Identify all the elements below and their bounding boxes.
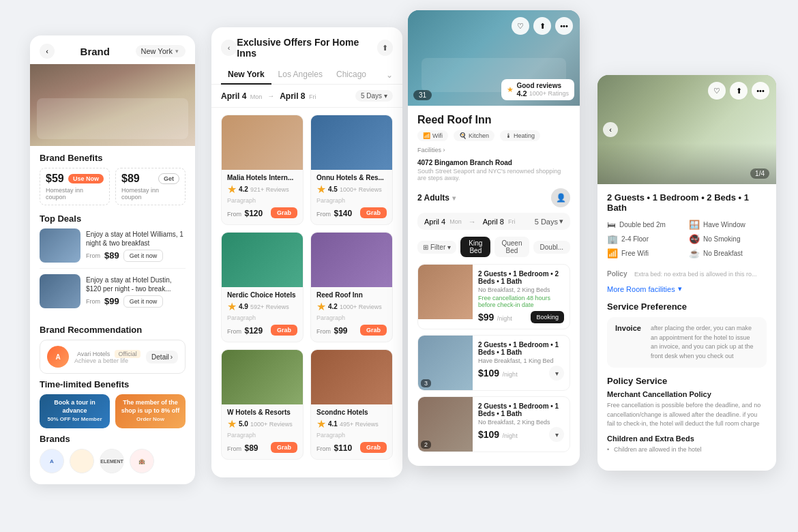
prev-image-btn[interactable]: ‹ <box>603 122 618 137</box>
brand-logo-3[interactable]: ELEMENT <box>100 449 124 473</box>
brand-logo-1[interactable]: A <box>40 449 64 473</box>
brand-logo-4[interactable]: 🏨 <box>130 449 154 473</box>
coupon-box-1: $59 Use Now Homestay inn coupon <box>40 168 110 205</box>
hotel-name-1: Malia Hotels Intern... <box>227 174 297 181</box>
chevron-down-icon: ▾ <box>175 48 179 55</box>
chevron-down-icon: ▾ <box>452 194 456 202</box>
deal-action-btn-1[interactable]: Get it now <box>123 250 164 262</box>
hotel-card-4[interactable]: Reed Roof Inn ★ 4.2 1000+ Reviews Paragr… <box>310 232 393 342</box>
chevron-down-icon: ▾ <box>447 243 451 251</box>
merchant-cancel-text: Free cancellation is possible before the… <box>607 401 767 429</box>
hero-share-btn[interactable]: ⬆ <box>730 82 748 100</box>
hotel-card-6[interactable]: Scondnc Hotels ★ 4.1 495+ Reviews Paragr… <box>310 349 393 460</box>
tab-chicago[interactable]: Chicago <box>329 65 373 85</box>
hero-share-btn[interactable]: ⬆ <box>533 17 551 35</box>
hero-heart-btn[interactable]: ♡ <box>708 82 726 100</box>
grab-btn-5[interactable]: Grab <box>271 442 297 453</box>
amenity-kitchen: 🍳 Kitchen <box>454 130 494 141</box>
policy-text: Extra bed: no extra bed is allowed in th… <box>634 271 757 278</box>
panel1-back-btn[interactable]: ‹ <box>40 44 55 59</box>
king-bed-btn[interactable]: King Bed <box>460 237 490 257</box>
panel1-title: Brand <box>80 46 110 57</box>
more-facilities-btn[interactable]: More Room facilities ▾ <box>607 284 682 293</box>
expand-btn-3[interactable]: ▾ <box>549 427 564 442</box>
floor-icon: 🏢 <box>607 234 618 244</box>
amenity-window: 🪟 Have Window <box>689 220 767 230</box>
hotel-card-3[interactable]: Nerdic Choice Hotels ★ 4.9 592+ Reviews … <box>221 232 304 342</box>
hero-more-btn[interactable]: ••• <box>555 17 573 35</box>
tab-new-york[interactable]: New York <box>221 65 271 85</box>
hotel-address-sub: South Street Seaport and NYC's renowned … <box>417 168 570 181</box>
panel3-hero: 31 ★ Good reviews 4.2 1000+ Ratings ♡ ⬆ … <box>408 10 580 106</box>
grab-btn-1[interactable]: Grab <box>271 207 297 218</box>
hotel-image-2 <box>311 115 392 170</box>
brand-detail-btn[interactable]: Detail › <box>146 351 178 364</box>
panel4-hero: ♡ ⬆ ••• ‹ 1/4 <box>597 75 776 184</box>
double-bed-btn[interactable]: Doubl... <box>533 241 570 254</box>
star-icon: ★ <box>227 183 237 196</box>
hero-more-btn[interactable]: ••• <box>752 82 769 100</box>
grab-btn-6[interactable]: Grab <box>360 442 387 453</box>
panel3-body: Reed Roof Inn 📶 Wifi 🍳 Kitchen 🌡 Heating… <box>408 106 580 466</box>
hotel-reviews-1: 921+ Reviews <box>250 186 289 193</box>
wifi-icon: 📶 <box>607 248 618 258</box>
room-amenities-grid: 🛏 Double bed 2m 🪟 Have Window 🏢 2-4 Floo… <box>607 220 767 258</box>
room-info-1: 2 Guests • 1 Bedroom • 2 Beds • 1 Bath N… <box>478 265 570 329</box>
time-benefit-card-1[interactable]: Book a tour in advance50% OFF for Member <box>40 394 110 428</box>
children-item: Children are allowed in the hotel <box>607 445 767 455</box>
guests-selector[interactable]: 2 Adults ▾ <box>417 193 456 203</box>
panel2-share-btn[interactable]: ⬆ <box>377 40 393 56</box>
panel1-header: ‹ Brand New York ▾ <box>30 35 195 64</box>
booking-btn-1[interactable]: Booking <box>531 311 564 323</box>
queen-bed-btn[interactable]: Queen Bed <box>494 237 529 257</box>
deal-item-2: Enjoy a stay at Hotel Dustin, $120 per n… <box>40 274 186 314</box>
deal-action-btn-2[interactable]: Get it now <box>123 295 164 308</box>
hero-heart-btn[interactable]: ♡ <box>512 17 529 35</box>
location-badge[interactable]: New York ▾ <box>136 45 186 57</box>
hotel-image-3 <box>222 233 303 287</box>
deal-title-1: Enjoy a stay at Hotel Williams, 1 night … <box>86 230 186 248</box>
coupon-row: $59 Use Now Homestay inn coupon $89 Get … <box>40 168 186 205</box>
deal-price-2: $99 <box>104 296 119 306</box>
tab-los-angeles[interactable]: Los Angeles <box>271 65 329 85</box>
hotel-image-4 <box>311 233 392 287</box>
panel2-back-btn[interactable]: ‹ <box>221 40 237 56</box>
arrow-icon: → <box>469 218 476 226</box>
hotel-card-5[interactable]: W Hotels & Resorts ★ 5.0 1000+ Reviews P… <box>221 349 304 460</box>
deal-price-1: $89 <box>104 250 119 261</box>
amenity-double-bed: 🛏 Double bed 2m <box>607 220 685 230</box>
grab-btn-3[interactable]: Grab <box>271 325 297 336</box>
time-benefit-card-2[interactable]: The member of the shop is up to 8% offOr… <box>115 394 186 428</box>
coupon-label-2: Homestay inn coupon <box>121 187 179 201</box>
expand-btn-2[interactable]: ▾ <box>549 366 564 381</box>
panel1-hero-image <box>30 64 195 146</box>
hotel-para-1: Paragraph <box>227 197 297 204</box>
bed-filter-row: ⊞ Filter ▾ King Bed Queen Bed Doubl... <box>417 237 570 257</box>
time-benefits-section: Time-limited Benefits Book a tour in adv… <box>30 374 195 428</box>
hotel-card-2[interactable]: Onnu Hotels & Res... ★ 4.5 1000+ Reviews… <box>310 115 393 225</box>
hotel-rating-1: 4.2 <box>239 186 248 193</box>
kitchen-icon: 🍳 <box>459 132 467 139</box>
chevron-down-icon: ▾ <box>559 217 563 226</box>
amenity-no-breakfast: ☕ No Breakfast <box>689 248 767 258</box>
top-deals-section: Top Deals Enjoy a stay at Hotel Williams… <box>30 208 195 314</box>
grab-btn-4[interactable]: Grab <box>360 325 387 336</box>
tabs-more-btn[interactable]: ⌄ <box>386 70 393 80</box>
brand-rec-name: Avari Hotels Official <box>74 349 141 357</box>
room-info-2: 2 Guests • 1 Bedroom • 1 Beds • 1 Bath H… <box>478 336 570 390</box>
deal-info-1: Enjoy a stay at Hotel Williams, 1 night … <box>86 230 186 262</box>
star-icon: ★ <box>227 417 237 430</box>
facilities-link[interactable]: Facilities › <box>417 147 445 153</box>
amenity-wifi: 📶 Free Wifi <box>607 248 685 258</box>
days-badge[interactable]: 5 Days ▾ <box>355 90 393 102</box>
filter-btn[interactable]: ⊞ Filter ▾ <box>417 241 456 254</box>
amenity-heating: 🌡 Heating <box>500 130 540 141</box>
service-preference-section: Service Preference Invoice after placing… <box>607 301 767 368</box>
brand-logo-2[interactable] <box>70 449 94 473</box>
invoice-text: after placing the order, you can make an… <box>651 324 758 361</box>
hotel-card-1[interactable]: Malia Hotels Intern... ★ 4.2 921+ Review… <box>221 115 304 225</box>
coupon-use-btn[interactable]: Use Now <box>68 174 104 183</box>
coupon-get-btn[interactable]: Get <box>158 173 179 184</box>
room-sub-3: No Breakfast, 2 King Beds <box>478 419 564 426</box>
grab-btn-2[interactable]: Grab <box>360 207 387 218</box>
